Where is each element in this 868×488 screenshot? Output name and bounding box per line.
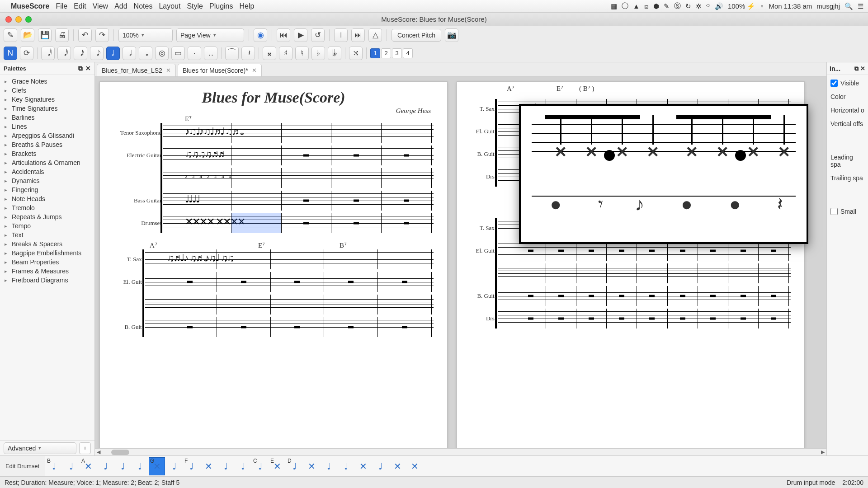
bluetooth-icon[interactable]: ᚼ [760,2,764,10]
duration-64th[interactable]: 𝅘𝅥𝅱 [41,47,55,60]
timemachine-icon[interactable]: ↻ [685,2,691,10]
palette-item[interactable]: Lines [0,122,94,131]
staff-el-guitar-tab[interactable]: 2 2 4 2 2 4 4 [163,168,434,188]
spotlight-icon[interactable]: 🔍 [844,2,853,10]
drum-slot[interactable]: ✕ [200,457,217,475]
drum-slot[interactable]: E✕ [269,457,285,475]
staff-drs-r2[interactable]: Drs. [498,309,791,328]
natural-button[interactable]: ♮ [295,47,309,60]
menu-notes[interactable]: Notes [134,2,153,10]
viewmode-select[interactable]: Page View [176,28,244,42]
palette-item[interactable]: Accidentals [0,167,94,176]
staff-elguit-tab-2[interactable] [145,295,434,314]
palette-item[interactable]: Fingering [0,185,94,194]
wifi-icon[interactable]: ⌔ [706,2,710,10]
volume-icon[interactable]: 🔊 [715,2,723,10]
undock-inspector-icon[interactable]: ⧉ [854,65,859,72]
concert-pitch-button[interactable]: Concert Pitch [392,29,441,42]
close-window-button[interactable] [5,16,12,23]
palette-item[interactable]: Frames & Measures [0,267,94,276]
score-page-1[interactable]: Blues for Muse(Score) George Hess Tenor … [99,81,448,452]
palette-item[interactable]: Dynamics [0,176,94,185]
palette-item[interactable]: Tremolo [0,203,94,212]
redo-button[interactable]: ↷ [95,28,109,42]
palette-item[interactable]: Text [0,230,94,239]
staff-elguit-tab-r2[interactable] [498,263,791,283]
edit-drumset-button[interactable]: Edit Drumset [0,456,45,476]
loop-button[interactable]: ↺ [311,28,325,42]
drum-slot[interactable]: ♩ [338,457,354,475]
new-score-button[interactable]: ✎ [4,28,17,42]
scroll-thumb[interactable] [111,450,129,455]
battery-status[interactable]: 100% ⚡ [728,2,756,10]
double-sharp-button[interactable]: 𝄪 [263,47,276,60]
staff-drumset[interactable]: Drumset ✕✕✕✕ ✕✕✕✕ [163,213,434,233]
drum-slot[interactable]: A✕ [80,457,96,475]
inspector-color-row[interactable]: Color [830,93,864,100]
undock-icon[interactable]: ⧉ [78,65,83,72]
pan-button[interactable]: ⏭ [351,28,365,42]
inspector-visible-row[interactable]: Visible [830,80,864,87]
palette-item[interactable]: Fretboard Diagrams [0,276,94,285]
scroll-right-arrow[interactable]: ▶ [819,449,826,455]
inspector-leading-row[interactable]: Leading spa [830,154,864,168]
menu-plugins[interactable]: Plugins [209,2,233,10]
evernote-icon[interactable]: ✎ [664,2,670,10]
drum-slot[interactable]: ♩ [63,457,79,475]
rest-button[interactable]: 𝄽 [241,47,255,60]
horizontal-scrollbar[interactable]: ◀ ▶ [95,448,826,455]
tie-button[interactable]: ⁀ [225,47,239,60]
drum-slot[interactable]: ♩ [166,457,182,475]
visible-checkbox[interactable] [830,80,838,87]
palette-item[interactable]: Tempo [0,221,94,230]
menu-view[interactable]: View [93,2,108,10]
drum-slot[interactable]: ♩ [114,457,131,475]
cloud-icon[interactable]: ▲ [633,2,640,10]
close-tab-icon[interactable]: ✕ [252,67,257,74]
inspector-hoffset-row[interactable]: Horizontal o [830,107,864,114]
clock[interactable]: Mon 11:38 am [769,2,812,10]
app-name[interactable]: MuseScore [11,2,49,10]
close-inspector-icon[interactable]: ✕ [860,65,865,72]
voice-2-button[interactable]: 2 [381,48,391,58]
menu-layout[interactable]: Layout [159,2,180,10]
menu-file[interactable]: File [56,2,67,10]
repitch-button[interactable]: ⟳ [20,47,33,60]
palette-item[interactable]: Breaks & Spacers [0,239,94,249]
add-workspace-button[interactable]: + [79,442,91,454]
drum-slot[interactable]: ✕ [406,457,423,475]
app-icon[interactable]: ⬢ [653,2,659,10]
duration-16th[interactable]: 𝅘𝅥𝅯 [74,47,87,60]
print-button[interactable]: 🖨 [55,28,69,42]
drum-slot[interactable]: ♩ [132,457,148,475]
palette-item[interactable]: Articulations & Ornamen [0,158,94,167]
drum-slot[interactable]: B♩ [46,457,62,475]
metronome-button[interactable]: △ [368,28,382,42]
dot-button[interactable]: · [188,47,201,60]
image-capture-button[interactable]: 📷 [445,28,458,42]
info-icon[interactable]: ⓘ [622,2,628,10]
palette-item[interactable]: Grace Notes [0,77,94,86]
drum-slot[interactable]: ✕ [355,457,371,475]
duration-longa[interactable]: ▭ [171,47,185,60]
notifications-icon[interactable]: ☰ [858,2,863,10]
staff-el-guitar[interactable]: Electric Guitar ♫♫♫♫♬♬ [163,145,434,165]
drum-slot[interactable]: ♩ [372,457,388,475]
drum-slot[interactable]: D♩ [286,457,302,475]
staff-bguit-2[interactable]: B. Guit. [145,317,434,337]
palette-item[interactable]: Arpeggios & Glissandi [0,131,94,140]
status-icon[interactable]: ▦ [611,2,617,10]
skype-icon[interactable]: Ⓢ [674,2,681,10]
midi-button[interactable]: ◉ [254,28,267,42]
voice-1-button[interactable]: 1 [370,48,380,58]
workspace-select[interactable]: Advanced [4,442,76,454]
note-input-toggle[interactable]: N [4,47,17,60]
menu-style[interactable]: Style [187,2,203,10]
minimize-window-button[interactable] [15,16,22,23]
palette-item[interactable]: Clefs [0,86,94,95]
score-area[interactable]: Blues for Muse(Score) George Hess Tenor … [95,77,826,455]
flat-button[interactable]: ♭ [311,47,325,60]
palette-item[interactable]: Time Signatures [0,104,94,113]
dropbox-icon[interactable]: ⧈ [644,2,649,10]
palette-item[interactable]: Repeats & Jumps [0,212,94,221]
